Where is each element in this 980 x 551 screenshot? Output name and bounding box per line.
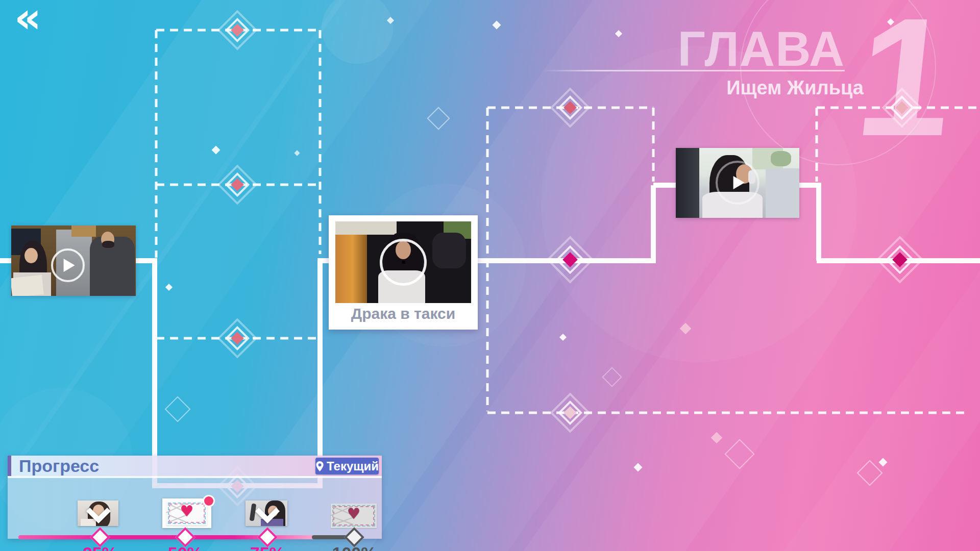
notification-badge bbox=[203, 495, 215, 507]
heart-icon: ♥ bbox=[331, 505, 377, 522]
scene-video-taxi bbox=[335, 221, 471, 303]
scene-detail bbox=[676, 148, 699, 218]
scene-detail bbox=[24, 248, 38, 263]
map-pin-icon bbox=[315, 461, 324, 472]
chapter-map-screen: « 1 ГЛАВА Ищем Жильца .vid .playwrap::af… bbox=[0, 0, 980, 551]
progress-track-filled bbox=[18, 535, 327, 539]
scene-detail bbox=[11, 275, 44, 296]
milestone-envelope-50-card[interactable]: ♥ bbox=[162, 498, 211, 528]
play-icon bbox=[380, 239, 427, 286]
chapter-title: ГЛАВА bbox=[612, 24, 845, 73]
back-button[interactable]: « bbox=[14, 0, 41, 39]
scene-detail bbox=[771, 151, 791, 166]
progress-label-50: 50% bbox=[155, 543, 216, 551]
scene-video-car[interactable] bbox=[676, 148, 799, 218]
scene-card-taxi[interactable]: Драка в такси bbox=[329, 215, 478, 330]
chapter-subtitle: Ищем Жильца bbox=[612, 77, 864, 99]
chapter-number: 1 bbox=[850, 0, 961, 161]
current-position-label: Текущий bbox=[327, 459, 379, 473]
progress-label-75: 75% bbox=[237, 543, 298, 551]
scene-video-kitchen[interactable] bbox=[11, 226, 136, 296]
progress-panel: Прогресс Текущий bbox=[8, 456, 382, 539]
envelope-icon: ♥ bbox=[166, 501, 207, 525]
scene-detail bbox=[250, 504, 257, 521]
heart-icon: ♥ bbox=[166, 502, 207, 520]
progress-body: ♥ ♥ bbox=[8, 476, 382, 539]
header-accent bbox=[8, 456, 11, 476]
progress-label-25: 25% bbox=[69, 543, 131, 551]
scene-detail bbox=[102, 241, 114, 248]
play-icon bbox=[716, 161, 760, 205]
chapter-underline bbox=[543, 70, 845, 71]
scene-detail bbox=[335, 221, 397, 235]
progress-title: Прогресс bbox=[19, 456, 99, 476]
current-position-button[interactable]: Текущий bbox=[315, 458, 379, 474]
milestone-envelope-100[interactable]: ♥ bbox=[331, 504, 377, 528]
milestone-thumb-25[interactable] bbox=[78, 500, 118, 526]
progress-label-100: 100% bbox=[324, 543, 385, 551]
progress-header: Прогресс Текущий bbox=[8, 456, 382, 476]
scene-caption: Драка в такси bbox=[329, 305, 478, 322]
milestone-thumb-75[interactable] bbox=[246, 500, 287, 526]
play-icon bbox=[51, 248, 85, 282]
scene-detail bbox=[432, 233, 466, 268]
scene-detail bbox=[71, 226, 96, 237]
scene-detail bbox=[766, 168, 799, 218]
scene-detail bbox=[81, 519, 96, 526]
